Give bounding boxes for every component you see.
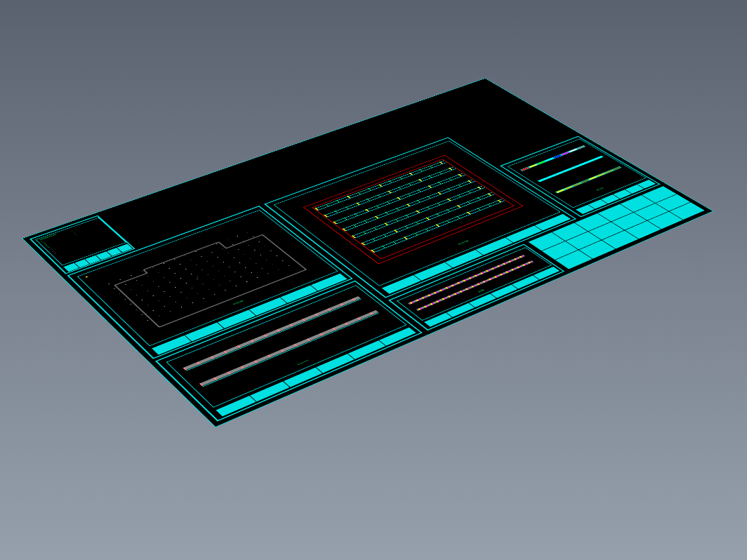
grid-point <box>158 286 159 287</box>
grid-point <box>125 284 126 285</box>
note-line: 6. <box>48 247 51 248</box>
note-col2: — <box>75 234 78 235</box>
column-mark <box>383 234 386 236</box>
note-col2: — <box>71 230 74 232</box>
titleblock-cell <box>512 275 540 289</box>
titleblock-cell <box>117 244 133 253</box>
grid-point <box>142 286 143 286</box>
column-mark <box>414 233 418 235</box>
titleblock-cell <box>505 225 543 243</box>
grid-point <box>270 251 271 251</box>
grid-point <box>244 254 244 255</box>
grid-point <box>174 259 175 260</box>
grid-point <box>159 300 159 301</box>
grid-point <box>196 265 197 265</box>
grid-point <box>212 266 213 267</box>
column-mark-major <box>342 228 346 231</box>
grid-point <box>206 261 207 262</box>
grid-point <box>152 267 153 268</box>
grid-point <box>169 268 170 269</box>
column-mark <box>353 225 357 227</box>
grid-point <box>258 241 259 242</box>
grid-point <box>175 273 176 274</box>
center-mark: + <box>197 276 199 278</box>
titleblock-cell <box>284 367 324 387</box>
drawing-sheet[interactable]: GENERAL NOTES 1. 2. 3. 4. 5. 6. — — — — … <box>22 78 713 427</box>
titleblock-cell <box>74 259 91 268</box>
note-line: 3. <box>44 243 47 244</box>
grid-point <box>246 281 247 282</box>
grid-point <box>147 320 148 321</box>
site-caption: SITE PLAN <box>233 300 244 305</box>
grid-point <box>164 306 165 307</box>
grid-point <box>142 271 143 272</box>
titleblock-cell <box>602 230 640 249</box>
grid-point <box>238 249 239 250</box>
elev-caption: ELEVATION <box>297 360 309 366</box>
titleblock-cell <box>316 354 355 373</box>
titleblock-cell <box>533 267 560 280</box>
grid-point <box>201 269 202 270</box>
color-swatch <box>576 145 586 149</box>
grid-point <box>278 269 279 270</box>
grid-point <box>175 287 176 288</box>
grid-point <box>225 290 225 291</box>
grid-point <box>191 274 192 274</box>
titleblock-cell <box>469 293 498 307</box>
grid-point <box>192 302 193 303</box>
grid-point <box>203 298 204 299</box>
grid-point <box>272 265 272 265</box>
grid-point <box>267 273 268 274</box>
note-line: — <box>54 253 57 254</box>
column-mark-major <box>361 242 365 245</box>
roof-caption: ROOF PLAN <box>458 241 470 246</box>
grid-point <box>214 294 215 295</box>
grid-point <box>243 241 244 241</box>
grid-point <box>164 277 164 278</box>
grid-point <box>218 271 219 272</box>
color-swatch <box>612 166 621 171</box>
grid-point <box>266 260 267 260</box>
note-line: 2. <box>43 242 46 244</box>
column-mark <box>372 239 376 241</box>
grid-point <box>125 299 126 300</box>
grid-point <box>217 257 218 258</box>
grid-point <box>186 298 187 298</box>
grid-point <box>169 282 170 283</box>
grid-point <box>131 289 131 290</box>
titleblock-cell <box>542 241 579 260</box>
grid-point <box>206 248 206 248</box>
titleblock-cell <box>216 396 258 417</box>
grid-point <box>141 314 142 315</box>
titleblock-cell <box>63 263 79 272</box>
grid-point <box>131 275 131 276</box>
grid-point <box>114 288 114 289</box>
column-mark <box>392 241 396 244</box>
roof-row <box>371 199 505 253</box>
titleblock-cell <box>447 303 475 318</box>
grid-point <box>213 280 214 281</box>
grid-point <box>185 269 186 269</box>
grid-point <box>170 311 171 312</box>
grid-point <box>181 307 182 307</box>
grid-point <box>239 262 240 263</box>
note-col2: — <box>73 232 76 234</box>
roof-row <box>333 173 465 224</box>
grid-point <box>211 252 212 253</box>
details-caption: DETAIL <box>478 289 486 293</box>
grid-point <box>208 289 209 290</box>
titleblock-e <box>424 267 561 328</box>
viewport-3d[interactable]: GENERAL NOTES 1. 2. 3. 4. 5. 6. — — — — … <box>0 0 747 560</box>
grid-point <box>250 259 251 260</box>
grid-point <box>253 236 253 237</box>
grid-point <box>136 295 137 295</box>
grid-point <box>224 276 225 276</box>
grid-point <box>257 277 258 278</box>
column-mark-major <box>394 229 398 232</box>
grid-point <box>180 264 180 265</box>
column-mark <box>382 246 385 248</box>
titleblock-cell <box>424 312 454 327</box>
grid-point <box>261 268 262 269</box>
grid-point <box>202 284 203 284</box>
notes-text: GENERAL NOTES <box>40 234 58 240</box>
